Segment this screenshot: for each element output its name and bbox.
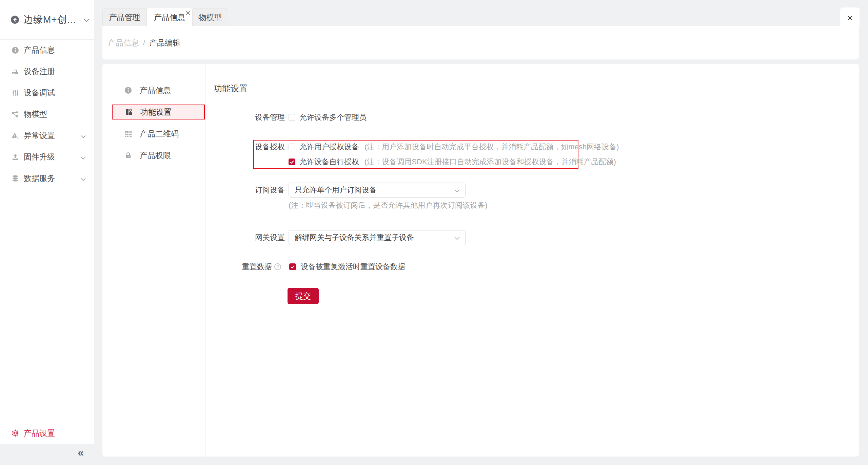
chevron-down-icon	[454, 188, 460, 194]
reset-data-row: 重置数据 ? 设备被重复激活时重置设备数据	[102, 262, 859, 271]
check-icon	[290, 264, 296, 270]
menu-item-label: 产品信息	[140, 85, 171, 96]
subscribe-row: 订阅设备	[102, 186, 859, 194]
tab-label: 产品信息	[154, 12, 185, 23]
sidebar-item-label: 设备调试	[24, 88, 55, 98]
sliders-icon	[11, 89, 19, 97]
workspace-title: 边缘M+创...	[23, 13, 76, 26]
gateway-select[interactable]: 解绑网关与子设备关系并重置子设备	[289, 230, 466, 245]
device-auth-user-row: 设备授权 允许用户授权设备 (注：用户添加设备时自动完成平台授权，并消耗产品配额…	[102, 143, 859, 151]
qrcode-icon	[124, 130, 132, 138]
chevron-down-icon	[454, 235, 460, 241]
window-close-button[interactable]: ×	[840, 7, 860, 29]
sidebar-menu: 产品信息 设备注册 设备调试 物模型	[0, 39, 94, 189]
help-icon[interactable]: ?	[274, 263, 281, 271]
main-panel: 产品信息 功能设置 产品二维码 产品权限 功能设置 设备管理 允许设备多个管	[102, 64, 859, 457]
database-icon	[11, 174, 19, 183]
tab-label: 产品管理	[109, 12, 140, 23]
upload-icon	[11, 153, 19, 161]
self-auth-note: (注：设备调用SDK注册接口自动完成添加设备和授权设备，并消耗产品配额)	[364, 157, 616, 166]
breadcrumb-parent[interactable]: 产品信息	[108, 38, 139, 48]
share-icon	[11, 110, 19, 118]
close-icon: ×	[847, 12, 853, 24]
sidebar-item-label: 产品信息	[24, 45, 55, 55]
gateway-label: 网关设置	[214, 233, 285, 242]
sidebar-collapse-bar: «	[0, 444, 94, 465]
close-icon[interactable]: ×	[185, 8, 191, 17]
tab-label: 物模型	[199, 12, 222, 23]
page: 边缘M+创... 产品信息 设备注册 设	[0, 0, 868, 465]
sidebar-item-product-info[interactable]: 产品信息	[0, 39, 94, 61]
menu-item-product-qrcode[interactable]: 产品二维码	[112, 126, 205, 141]
chevron-down-icon	[81, 176, 86, 182]
tab-thing-model[interactable]: 物模型	[192, 8, 228, 26]
subscribe-note: (注：即当设备被订阅后，是否允许其他用户再次订阅该设备)	[289, 201, 488, 210]
menu-item-product-info[interactable]: 产品信息	[112, 83, 205, 98]
chevron-down-icon	[83, 17, 90, 23]
tab-product-info[interactable]: 产品信息 ×	[147, 8, 192, 26]
menu-item-label: 产品二维码	[140, 129, 179, 139]
self-auth-checkbox[interactable]	[289, 159, 295, 165]
chevron-down-icon	[81, 155, 86, 161]
gear-icon	[11, 429, 19, 437]
sidebar-item-label: 物模型	[24, 109, 47, 119]
breadcrumb: 产品信息 / 产品编辑	[102, 26, 859, 59]
info-icon	[11, 46, 19, 54]
warning-icon	[11, 132, 19, 140]
sidebar-item-device-debug[interactable]: 设备调试	[0, 82, 94, 104]
sidebar-item-label: 异常设置	[24, 130, 55, 141]
sidebar-item-label: 产品设置	[24, 428, 55, 439]
subscribe-select[interactable]: 只允许单个用户订阅设备	[289, 183, 466, 198]
subscribe-label: 订阅设备	[214, 186, 285, 194]
sidebar-item-product-settings[interactable]: 产品设置	[11, 425, 55, 441]
divider	[205, 64, 205, 457]
sidebar-item-data-service[interactable]: 数据服务	[0, 168, 94, 189]
device-manage-label: 设备管理	[214, 113, 285, 122]
subscribe-select-value: 只允许单个用户订阅设备	[295, 185, 377, 195]
breadcrumb-current: 产品编辑	[149, 38, 180, 48]
gateway-row: 网关设置	[102, 233, 859, 242]
reset-data-option-label[interactable]: 设备被重复激活时重置设备数据	[301, 262, 405, 271]
device-auth-self-row: 允许设备自行授权 (注：设备调用SDK注册接口自动完成添加设备和授权设备，并消耗…	[102, 157, 859, 166]
device-manage-option-label[interactable]: 允许设备多个管理员	[299, 113, 367, 122]
user-auth-option-label[interactable]: 允许用户授权设备	[299, 143, 359, 151]
sidebar: 边缘M+创... 产品信息 设备注册 设	[0, 0, 94, 444]
sidebar-item-thing-model[interactable]: 物模型	[0, 104, 94, 125]
self-auth-option-label[interactable]: 允许设备自行授权	[299, 157, 359, 166]
chevron-down-icon	[81, 133, 86, 140]
user-auth-note: (注：用户添加设备时自动完成平台授权，并消耗产品配额，如mesh网络设备)	[364, 143, 619, 151]
svg-text:?: ?	[277, 264, 279, 269]
device-manage-row: 设备管理 允许设备多个管理员	[102, 113, 859, 122]
sidebar-item-label: 数据服务	[24, 173, 55, 184]
workspace-switcher[interactable]: 边缘M+创...	[0, 0, 94, 40]
device-auth-label: 设备授权	[214, 143, 285, 151]
gateway-select-value: 解绑网关与子设备关系并重置子设备	[295, 232, 414, 243]
tab-product-manage[interactable]: 产品管理	[102, 8, 147, 26]
reset-data-checkbox[interactable]	[289, 263, 296, 270]
back-icon	[11, 15, 19, 24]
breadcrumb-separator: /	[143, 38, 145, 47]
info-icon	[124, 86, 132, 94]
sidebar-item-label: 固件升级	[24, 152, 55, 162]
sidebar-item-label: 设备注册	[24, 66, 55, 77]
tab-bar: 产品管理 产品信息 × 物模型	[102, 8, 228, 26]
collapse-icon[interactable]: «	[78, 446, 84, 459]
device-manage-checkbox[interactable]	[289, 114, 295, 121]
page-title: 功能设置	[214, 83, 248, 94]
reset-data-label: 重置数据	[214, 262, 272, 271]
check-icon	[289, 159, 295, 165]
sidebar-item-firmware-upgrade[interactable]: 固件升级	[0, 146, 94, 168]
device-register-icon	[11, 68, 19, 76]
sidebar-item-device-register[interactable]: 设备注册	[0, 61, 94, 82]
submit-button[interactable]: 提交	[288, 288, 319, 304]
sidebar-item-exception-settings[interactable]: 异常设置	[0, 125, 94, 146]
user-auth-checkbox[interactable]	[289, 144, 295, 150]
